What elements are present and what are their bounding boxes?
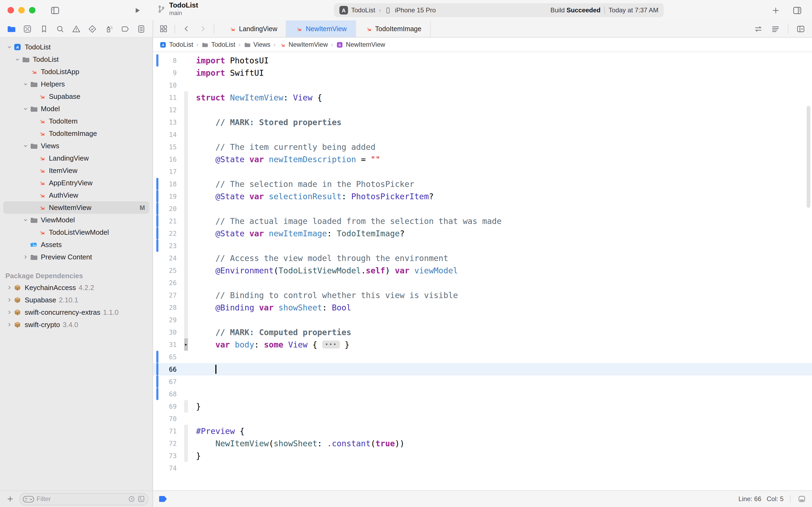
fold-ribbon[interactable] bbox=[184, 425, 188, 437]
fold-gutter[interactable] bbox=[183, 450, 191, 462]
disclosure-slot[interactable] bbox=[5, 322, 13, 328]
code-line-23[interactable]: 23 bbox=[153, 239, 812, 252]
add-file-icon[interactable] bbox=[4, 493, 16, 505]
code-line-9[interactable]: 9import SwiftUI bbox=[153, 67, 812, 79]
fold-gutter[interactable] bbox=[183, 203, 191, 215]
fold-ribbon[interactable] bbox=[184, 301, 188, 314]
code-review-icon[interactable] bbox=[752, 23, 764, 35]
code-line-18[interactable]: 18 // The selection made in the PhotosPi… bbox=[153, 178, 812, 190]
fold-gutter[interactable] bbox=[183, 326, 191, 338]
disclosure-slot[interactable] bbox=[13, 56, 21, 62]
fold-gutter[interactable] bbox=[183, 351, 191, 363]
fold-ribbon[interactable] bbox=[184, 104, 188, 116]
line-number[interactable]: 73 bbox=[153, 452, 183, 459]
project-navigator-icon[interactable] bbox=[5, 23, 17, 35]
run-destination[interactable]: iPhone 15 Pro bbox=[395, 6, 436, 14]
fold-ribbon[interactable] bbox=[184, 400, 188, 412]
code-line-8[interactable]: 8import PhotosUI bbox=[153, 54, 812, 67]
fold-gutter[interactable] bbox=[183, 363, 191, 376]
fold-ribbon[interactable] bbox=[184, 314, 188, 326]
line-number[interactable]: 29 bbox=[153, 316, 183, 324]
code-line-29[interactable]: 29 bbox=[153, 314, 812, 326]
issue-navigator-icon[interactable] bbox=[70, 23, 82, 35]
source-control-navigator-icon[interactable] bbox=[22, 23, 34, 35]
code-line-11[interactable]: 11struct NewItemView: View { bbox=[153, 91, 812, 104]
source-control-filter-icon[interactable] bbox=[137, 495, 145, 503]
fold-gutter[interactable] bbox=[183, 227, 191, 239]
code-line-65[interactable]: 65 bbox=[153, 351, 812, 363]
line-number[interactable]: 17 bbox=[153, 168, 183, 175]
code-line-70[interactable]: 70 bbox=[153, 412, 812, 425]
code-structure-icon[interactable] bbox=[797, 495, 807, 503]
editor-scrollbar[interactable] bbox=[807, 106, 810, 208]
fold-gutter[interactable] bbox=[183, 79, 191, 91]
code-line-13[interactable]: 13 // MARK: Stored properties bbox=[153, 116, 812, 128]
test-navigator-icon[interactable] bbox=[87, 23, 99, 35]
recents-clock-icon[interactable] bbox=[128, 495, 135, 503]
fold-gutter[interactable] bbox=[183, 462, 191, 474]
disclosure-slot[interactable] bbox=[21, 254, 29, 260]
fold-gutter[interactable] bbox=[183, 277, 191, 289]
editor-tab-LandingView[interactable]: LandingView bbox=[220, 20, 287, 37]
fold-ribbon[interactable] bbox=[184, 277, 188, 289]
fold-gutter[interactable] bbox=[183, 165, 191, 178]
breadcrumb-item-TodoList[interactable]: TodoList bbox=[201, 41, 235, 48]
fold-gutter[interactable] bbox=[183, 116, 191, 128]
line-number[interactable]: 15 bbox=[153, 143, 183, 151]
fold-ribbon[interactable] bbox=[184, 289, 188, 301]
code-line-15[interactable]: 15 // The item currently being added bbox=[153, 141, 812, 153]
package-item-KeychainAccess[interactable]: KeychainAccess4.2.2 bbox=[3, 281, 149, 294]
sidebar-item-Model[interactable]: Model bbox=[3, 103, 149, 115]
editor-tab-NewItemView[interactable]: NewItemView bbox=[287, 20, 356, 37]
sidebar-item-TodoList[interactable]: ATodoList bbox=[3, 41, 149, 53]
fold-gutter[interactable] bbox=[183, 400, 191, 412]
code-line-19[interactable]: 19 @State var selectionResult: PhotosPic… bbox=[153, 190, 812, 203]
breakpoint-navigator-icon[interactable] bbox=[119, 23, 131, 35]
code-line-71[interactable]: 71#Preview { bbox=[153, 425, 812, 437]
fold-gutter[interactable] bbox=[183, 128, 191, 141]
bookmark-navigator-icon[interactable] bbox=[38, 23, 50, 35]
line-number[interactable]: 31 bbox=[153, 341, 183, 348]
fold-gutter[interactable] bbox=[183, 104, 191, 116]
fold-ribbon[interactable] bbox=[184, 153, 188, 165]
fold-gutter[interactable] bbox=[183, 252, 191, 264]
package-item-swift-crypto[interactable]: swift-crypto3.4.0 bbox=[3, 319, 149, 331]
disclosure-slot[interactable] bbox=[21, 106, 29, 112]
fold-ribbon[interactable] bbox=[184, 190, 188, 203]
fold-gutter[interactable] bbox=[183, 178, 191, 190]
breadcrumb-item-Views[interactable]: Views bbox=[244, 41, 271, 48]
project-header[interactable]: TodoList main bbox=[157, 2, 198, 16]
package-item-Supabase[interactable]: Supabase2.10.1 bbox=[3, 294, 149, 306]
toggle-navigator-icon[interactable] bbox=[48, 4, 61, 17]
code-line-30[interactable]: 30 // MARK: Computed properties bbox=[153, 326, 812, 338]
fold-ribbon[interactable] bbox=[184, 450, 188, 462]
line-number[interactable]: 14 bbox=[153, 131, 183, 138]
fold-ribbon[interactable] bbox=[184, 227, 188, 239]
sidebar-item-LandingView[interactable]: LandingView bbox=[3, 152, 149, 164]
code-line-10[interactable]: 10 bbox=[153, 79, 812, 91]
line-number[interactable]: 72 bbox=[153, 440, 183, 447]
fold-gutter[interactable] bbox=[183, 437, 191, 450]
fold-gutter[interactable] bbox=[183, 264, 191, 277]
adjust-editor-options-icon[interactable] bbox=[769, 23, 781, 35]
code-line-17[interactable]: 17 bbox=[153, 165, 812, 178]
fold-gutter[interactable] bbox=[183, 190, 191, 203]
fold-gutter[interactable] bbox=[183, 301, 191, 314]
fold-gutter[interactable]: ▸ bbox=[183, 338, 191, 351]
line-number[interactable]: 30 bbox=[153, 328, 183, 336]
breadcrumb-item-NewItemView[interactable]: NewItemView bbox=[279, 41, 328, 48]
code-line-72[interactable]: 72 NewItemView(showSheet: .constant(true… bbox=[153, 437, 812, 450]
fold-gutter[interactable] bbox=[183, 412, 191, 425]
code-line-12[interactable]: 12 bbox=[153, 104, 812, 116]
tab-overview-icon[interactable] bbox=[157, 23, 169, 35]
line-number[interactable]: 71 bbox=[153, 427, 183, 435]
code-line-21[interactable]: 21 // The actual image loaded from the s… bbox=[153, 215, 812, 227]
toggle-inspector-icon[interactable] bbox=[791, 4, 803, 17]
fold-gutter[interactable] bbox=[183, 388, 191, 400]
fold-ribbon[interactable] bbox=[184, 178, 188, 190]
fold-gutter[interactable] bbox=[183, 141, 191, 153]
fold-ribbon[interactable] bbox=[184, 203, 188, 215]
fold-gutter[interactable] bbox=[183, 215, 191, 227]
code-line-22[interactable]: 22 @State var newItemImage: TodoItemImag… bbox=[153, 227, 812, 239]
sidebar-item-NewItemView[interactable]: NewItemViewM bbox=[3, 202, 149, 214]
